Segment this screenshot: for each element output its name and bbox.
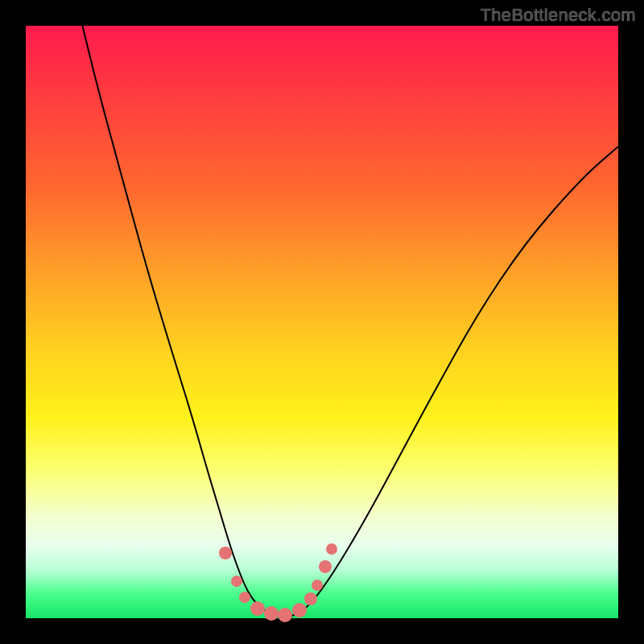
data-marker (250, 601, 265, 616)
watermark-text: TheBottleneck.com (481, 5, 636, 26)
bottleneck-curve-left (80, 18, 285, 617)
data-marker (326, 543, 337, 555)
data-marker (304, 592, 317, 605)
plot-area (26, 26, 618, 618)
marker-group (219, 543, 337, 622)
data-marker (219, 547, 232, 559)
data-marker (239, 592, 250, 603)
curve-svg (26, 26, 618, 618)
chart-container: { "watermark": "TheBottleneck.com", "col… (0, 0, 644, 644)
data-marker (312, 580, 323, 591)
data-marker (292, 603, 307, 617)
data-marker (319, 560, 332, 573)
data-marker (264, 606, 279, 621)
data-marker (278, 608, 292, 622)
data-marker (231, 576, 242, 587)
